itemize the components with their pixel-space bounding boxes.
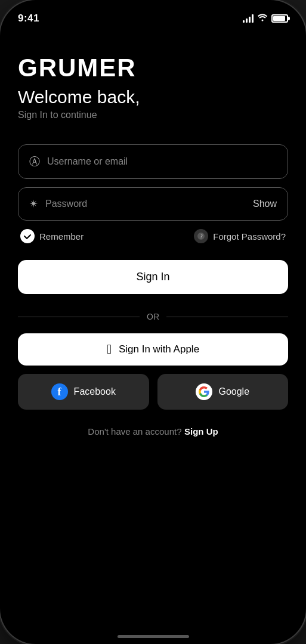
app-logo: GRUMER — [18, 54, 288, 82]
battery-icon — [271, 14, 288, 23]
forgot-password-label[interactable]: Forgot Password? — [213, 231, 286, 242]
email-field-wrapper[interactable]: Ⓐ — [18, 144, 288, 179]
remember-checkbox[interactable] — [20, 229, 35, 243]
facebook-button[interactable]: f Facebook — [18, 374, 149, 410]
svg-point-0 — [197, 233, 205, 240]
signal-icon — [243, 14, 254, 23]
or-divider: OR — [18, 312, 288, 321]
no-account-text: Don't have an account? — [88, 426, 181, 436]
show-password-button[interactable]: Show — [253, 199, 277, 209]
google-icon — [196, 383, 212, 400]
sign-in-button[interactable]: Sign In — [18, 260, 288, 294]
status-time: 9:41 — [18, 13, 39, 24]
svg-point-1 — [201, 238, 202, 239]
password-input-group: ✴ Show — [18, 187, 288, 221]
welcome-title: Welcome back, — [18, 87, 288, 107]
remember-left[interactable]: Remember — [20, 229, 84, 243]
forgot-icon — [194, 229, 208, 243]
status-icons — [243, 13, 288, 24]
remember-forgot-row: Remember Forgot Password? — [18, 229, 288, 243]
sign-up-link[interactable]: Sign Up — [184, 426, 218, 436]
divider-line-left — [18, 317, 140, 317]
apple-icon:  — [107, 343, 112, 356]
notch — [106, 0, 201, 18]
google-button[interactable]: Google — [157, 374, 289, 410]
facebook-icon: f — [51, 383, 68, 400]
social-buttons-row: f Facebook Google — [18, 374, 288, 410]
password-input[interactable] — [45, 199, 246, 209]
forgot-right[interactable]: Forgot Password? — [194, 229, 286, 243]
home-indicator — [118, 635, 189, 638]
remember-label: Remember — [39, 231, 84, 242]
welcome-subtitle: Sign In to continue — [18, 110, 288, 120]
apple-sign-in-label: Sign In with Apple — [119, 343, 199, 355]
email-input-group: Ⓐ — [18, 144, 288, 179]
google-label: Google — [218, 386, 249, 397]
password-icon: ✴ — [29, 197, 38, 210]
wifi-icon — [257, 13, 268, 24]
password-field-wrapper[interactable]: ✴ Show — [18, 187, 288, 221]
phone-frame: 9:41 GRUMER Welcome back, Sig — [0, 0, 306, 644]
apple-sign-in-button[interactable]:  Sign In with Apple — [18, 333, 288, 366]
signup-row: Don't have an account? Sign Up — [18, 426, 288, 437]
or-text: OR — [147, 312, 159, 321]
email-input[interactable] — [47, 156, 277, 167]
divider-line-right — [166, 317, 288, 317]
email-icon: Ⓐ — [29, 154, 40, 169]
facebook-label: Facebook — [74, 386, 116, 397]
main-content: GRUMER Welcome back, Sign In to continue… — [0, 30, 306, 644]
